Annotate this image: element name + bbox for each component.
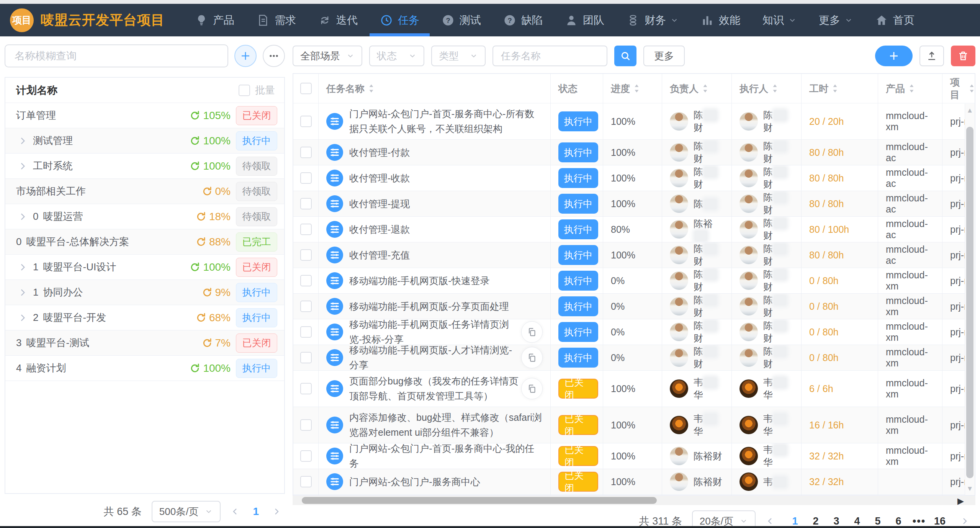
- page-2[interactable]: 2: [805, 515, 826, 527]
- more-filters-button[interactable]: 更多: [643, 46, 685, 66]
- scroll-up-icon[interactable]: ▲: [965, 104, 975, 117]
- table-horizontal-scrollbar[interactable]: ▶: [293, 496, 975, 505]
- vertical-scroll-thumb[interactable]: [966, 127, 973, 478]
- plan-row[interactable]: 订单管理105%已关闭: [5, 103, 284, 128]
- row-checkbox[interactable]: [300, 383, 312, 394]
- plan-row[interactable]: 3唛盟平台-测试7%已关闭: [5, 330, 284, 356]
- page-ellipsis[interactable]: •••: [909, 515, 929, 527]
- task-row[interactable]: 移动端功能-手机网页版-人才详情浏览-分享执行中0%陈财陈财0 / 80hmmc…: [293, 345, 975, 371]
- sort-carets-icon[interactable]: [368, 83, 374, 93]
- task-row[interactable]: 移动端功能-手机网页版-快速登录执行中0%陈财陈财0 / 80hmmcloud-…: [293, 268, 975, 294]
- task-row[interactable]: 移动端功能-手机网页版-分享页面处理执行中0%陈财陈财0 / 80hmmclou…: [293, 294, 975, 319]
- nav-item-首页[interactable]: 首页: [864, 4, 926, 36]
- next-page-icon[interactable]: [960, 517, 969, 526]
- type-select[interactable]: 类型: [431, 46, 486, 66]
- page-3[interactable]: 3: [826, 515, 847, 527]
- row-checkbox[interactable]: [300, 419, 312, 431]
- row-checkbox[interactable]: [300, 116, 312, 127]
- task-row[interactable]: 内容添加修改、bug处理、样式修改（safari浏览器对element ui部分…: [293, 407, 975, 443]
- nav-item-财务[interactable]: 财务: [615, 4, 690, 36]
- row-checkbox[interactable]: [300, 450, 312, 462]
- plan-row[interactable]: 测试管理100%执行中: [5, 128, 284, 154]
- row-checkbox[interactable]: [300, 301, 312, 312]
- row-checkbox[interactable]: [300, 172, 312, 184]
- plan-row[interactable]: 工时系统100%待领取: [5, 154, 284, 179]
- expand-chevron-icon[interactable]: [18, 212, 28, 222]
- expand-chevron-icon[interactable]: [18, 161, 28, 171]
- expand-chevron-icon[interactable]: [18, 262, 28, 272]
- scene-select[interactable]: 全部场景: [293, 46, 362, 66]
- task-row[interactable]: 移动端功能-手机网页版-任务详情页浏览-投标-分享执行中0%陈财陈财0 / 80…: [293, 319, 975, 345]
- nav-item-产品[interactable]: 产品: [184, 4, 245, 36]
- plan-row[interactable]: 1协同办公9%执行中: [5, 280, 284, 305]
- page-4[interactable]: 4: [847, 515, 867, 527]
- nav-item-需求[interactable]: 需求: [245, 4, 307, 36]
- plan-page-1[interactable]: 1: [253, 505, 259, 518]
- status-select[interactable]: 状态: [369, 46, 424, 66]
- add-plan-button[interactable]: [234, 45, 257, 67]
- prev-page-icon[interactable]: [766, 517, 775, 526]
- task-row[interactable]: 门户网站-众包门户-服务商中心已关闭100%陈裕财韦32 / 32hprj-m: [293, 469, 975, 495]
- nav-item-知识[interactable]: 知识: [751, 4, 808, 36]
- task-row[interactable]: 收付管理-充值执行中100%陈财陈财80 / 80hmmcloud-acprj-…: [293, 242, 975, 268]
- sort-carets-icon[interactable]: [832, 83, 838, 93]
- page-5[interactable]: 5: [867, 515, 888, 527]
- export-button[interactable]: [919, 46, 944, 66]
- task-row[interactable]: 收付管理-退款执行中80%陈裕陈财80 / 100hmmcloud-acprj-…: [293, 217, 975, 242]
- row-checkbox[interactable]: [300, 198, 312, 209]
- task-name-input[interactable]: [492, 46, 607, 66]
- nav-item-迭代[interactable]: 迭代: [307, 4, 369, 36]
- nav-item-效能[interactable]: 效能: [690, 4, 751, 36]
- row-checkbox[interactable]: [300, 249, 312, 261]
- plan-search-input[interactable]: [5, 44, 228, 67]
- task-row[interactable]: 收付管理-提现执行中100%陈陈财80 / 80hmmcloud-acprj-m: [293, 191, 975, 217]
- row-checkbox[interactable]: [300, 224, 312, 235]
- task-row[interactable]: 收付管理-付款执行中100%陈财陈财80 / 80hmmcloud-acprj-…: [293, 140, 975, 165]
- sort-carets-icon[interactable]: [909, 83, 915, 93]
- task-row[interactable]: 门户网站-众包门户-首页-服务商中心-我的任务已关闭100%陈裕财韦华32 / …: [293, 443, 975, 469]
- plan-row[interactable]: 市场部相关工作0%待领取: [5, 179, 284, 204]
- row-checkbox[interactable]: [300, 275, 312, 286]
- copy-task-button[interactable]: [521, 321, 543, 343]
- plan-page-size-select[interactable]: 500条/页: [152, 501, 221, 522]
- expand-chevron-icon[interactable]: [18, 313, 28, 323]
- nav-item-更多[interactable]: 更多: [808, 4, 864, 36]
- nav-item-团队[interactable]: 团队: [554, 4, 615, 36]
- scroll-right-icon[interactable]: ▶: [957, 496, 964, 506]
- search-button[interactable]: [614, 46, 636, 66]
- row-checkbox[interactable]: [300, 352, 312, 363]
- sort-carets-icon[interactable]: [702, 83, 708, 93]
- plan-row[interactable]: 0唛盟平台-总体解决方案88%已完工: [5, 229, 284, 255]
- add-task-button[interactable]: [875, 46, 913, 66]
- nav-item-任务[interactable]: 任务: [369, 4, 430, 36]
- sort-carets-icon[interactable]: [634, 83, 640, 93]
- plan-more-button[interactable]: [263, 45, 285, 67]
- copy-task-button[interactable]: [521, 378, 543, 399]
- task-row[interactable]: 收付管理-收款执行中100%陈财陈财80 / 80hmmcloud-acprj-…: [293, 165, 975, 191]
- task-page-size-select[interactable]: 20条/页: [692, 510, 756, 528]
- plan-row[interactable]: 4融资计划100%执行中: [5, 356, 284, 381]
- sort-carets-icon[interactable]: [772, 83, 778, 93]
- page-1[interactable]: 1: [785, 515, 805, 527]
- plan-row[interactable]: 0唛盟运营18%待领取: [5, 204, 284, 229]
- table-vertical-scrollbar[interactable]: ▲ ▼: [965, 104, 975, 495]
- plan-row[interactable]: 2唛盟平台-开发68%执行中: [5, 305, 284, 330]
- delete-button[interactable]: [951, 46, 975, 66]
- batch-checkbox[interactable]: [239, 85, 250, 96]
- sort-carets-icon[interactable]: [969, 83, 975, 93]
- plan-row[interactable]: 1唛盟平台-UI设计100%已关闭: [5, 255, 284, 280]
- horizontal-scroll-thumb[interactable]: [302, 497, 657, 504]
- copy-task-button[interactable]: [521, 347, 543, 368]
- prev-page-icon[interactable]: [231, 507, 240, 516]
- task-row[interactable]: 门户网站-众包门户-首页-服务商中心-所有数据只关联个人账号，不关联组织架构执行…: [293, 103, 975, 140]
- expand-chevron-icon[interactable]: [18, 136, 28, 146]
- next-page-icon[interactable]: [272, 507, 281, 516]
- row-checkbox[interactable]: [300, 326, 312, 338]
- task-row[interactable]: 页面部分bug修改（我发布的任务详情页顶部导航、首页研发管理工具等）已关闭100…: [293, 371, 975, 407]
- nav-item-缺陷[interactable]: ?缺陷: [492, 4, 554, 36]
- expand-chevron-icon[interactable]: [18, 288, 28, 298]
- scroll-down-icon[interactable]: ▼: [965, 482, 975, 495]
- page-16[interactable]: 16: [929, 515, 950, 527]
- select-all-checkbox[interactable]: [300, 83, 312, 94]
- nav-item-测试[interactable]: ?测试: [430, 4, 492, 36]
